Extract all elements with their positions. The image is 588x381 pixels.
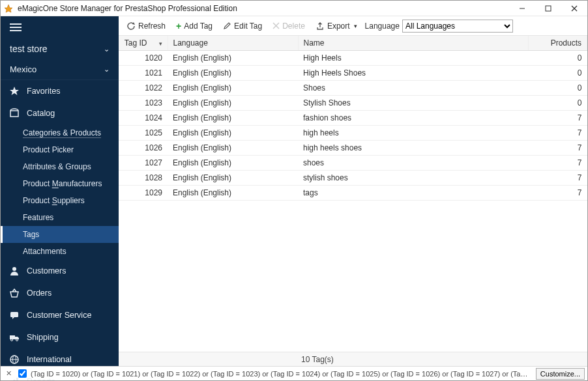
language-select[interactable]: All Languages [402, 20, 513, 33]
col-language[interactable]: Language [168, 36, 298, 51]
chevron-down-icon: ⌄ [104, 65, 110, 74]
x-icon [272, 22, 280, 29]
plus-icon: + [176, 21, 181, 31]
customize-button[interactable]: Customize... [536, 368, 585, 380]
cell-language: English (English) [168, 81, 298, 96]
menu-toggle[interactable] [1, 16, 119, 38]
store-selector[interactable]: test store ⌄ [1, 38, 119, 59]
refresh-button[interactable]: Refresh [123, 20, 169, 33]
nav-label: International [27, 355, 72, 364]
nav-orders[interactable]: Orders [1, 282, 119, 304]
nav-catalog[interactable]: Catalog [1, 102, 119, 124]
sub-attributes-groups[interactable]: Attributes & Groups [1, 158, 119, 175]
cell-name: tags [298, 186, 529, 201]
catalog-icon [8, 108, 20, 119]
nav-customers[interactable]: Customers [1, 260, 119, 282]
sub-attachments[interactable]: Attachments [1, 243, 119, 260]
toolbar: Refresh + Add Tag Edit Tag Delete Export… [119, 16, 587, 36]
minimize-button[interactable] [509, 1, 535, 16]
titlebar: eMagicOne Store Manager for PrestaShop P… [1, 1, 587, 16]
nav-label: Customer Service [27, 311, 91, 320]
content: Refresh + Add Tag Edit Tag Delete Export… [119, 16, 587, 366]
add-tag-button[interactable]: + Add Tag [172, 19, 216, 33]
cell-tag-id: 1029 [119, 186, 168, 201]
cell-name: fashion shoes [298, 111, 529, 126]
filter-enabled-checkbox[interactable] [18, 369, 27, 378]
sub-tags[interactable]: Tags [1, 226, 119, 243]
svg-point-9 [12, 267, 16, 271]
sub-product-picker[interactable]: Product Picker [1, 141, 119, 158]
cell-tag-id: 1026 [119, 141, 168, 156]
table-wrap[interactable]: Tag ID Language Name Products 1020Englis… [119, 36, 587, 352]
table-row[interactable]: 1029English (English)tags7 [119, 186, 587, 201]
nav-label: Catalog [27, 109, 55, 118]
export-icon [316, 21, 325, 31]
window-title: eMagicOne Store Manager for PrestaShop P… [18, 4, 237, 13]
sub-features[interactable]: Features [1, 209, 119, 226]
nav-favorites[interactable]: Favorites [1, 80, 119, 102]
country-selector[interactable]: Mexico ⌄ [1, 59, 119, 80]
table-row[interactable]: 1026English (English)high heels shoes7 [119, 141, 587, 156]
table-row[interactable]: 1028English (English)stylish shoes7 [119, 171, 587, 186]
table-row[interactable]: 1027English (English)shoes7 [119, 156, 587, 171]
cell-products: 7 [529, 111, 587, 126]
table-row[interactable]: 1025English (English)high heels7 [119, 126, 587, 141]
nav-customer-service[interactable]: Customer Service [1, 304, 119, 326]
globe-icon [8, 354, 20, 365]
col-products[interactable]: Products [529, 36, 587, 51]
sub-product-suppliers[interactable]: Product Suppliers [1, 192, 119, 209]
table-row[interactable]: 1023English (English)Stylish Shoes0 [119, 96, 587, 111]
cell-language: English (English) [168, 141, 298, 156]
cell-language: English (English) [168, 171, 298, 186]
cell-name: Shoes [298, 81, 529, 96]
sub-categories-products[interactable]: Categories & Products [1, 124, 119, 141]
cell-tag-id: 1025 [119, 126, 168, 141]
cell-name: High Heels [298, 51, 529, 66]
table-row[interactable]: 1020English (English)High Heels0 [119, 51, 587, 66]
filter-close[interactable]: ✕ [3, 369, 14, 378]
cell-language: English (English) [168, 51, 298, 66]
cell-language: English (English) [168, 186, 298, 201]
nav-international[interactable]: International [1, 348, 119, 371]
chat-icon [8, 310, 20, 320]
col-name[interactable]: Name [298, 36, 529, 51]
edit-tag-button[interactable]: Edit Tag [219, 20, 266, 33]
table-row[interactable]: 1021English (English)High Heels Shoes0 [119, 66, 587, 81]
cell-name: shoes [298, 156, 529, 171]
cell-name: high heels shoes [298, 141, 529, 156]
maximize-button[interactable] [535, 1, 561, 16]
export-button[interactable]: Export▾ [312, 20, 361, 33]
cell-name: Stylish Shoes [298, 96, 529, 111]
app-icon [3, 3, 14, 14]
cell-tag-id: 1024 [119, 111, 168, 126]
cell-products: 0 [529, 96, 587, 111]
svg-rect-12 [10, 335, 15, 339]
cell-tag-id: 1023 [119, 96, 168, 111]
refresh-icon [126, 21, 136, 31]
col-tag-id[interactable]: Tag ID [119, 36, 168, 51]
cell-language: English (English) [168, 96, 298, 111]
cell-name: high heels [298, 126, 529, 141]
caret-down-icon: ▾ [354, 23, 357, 29]
cell-products: 7 [529, 186, 587, 201]
cell-products: 7 [529, 141, 587, 156]
sub-product-manufacturers[interactable]: Product Manufacturers [1, 175, 119, 192]
nav-label: Shipping [27, 333, 59, 342]
close-button[interactable] [561, 1, 587, 16]
nav-shipping[interactable]: Shipping [1, 326, 119, 348]
basket-icon [8, 288, 20, 298]
sidebar: test store ⌄ Mexico ⌄ Favorites Catalog … [1, 16, 119, 366]
cell-products: 0 [529, 51, 587, 66]
cell-tag-id: 1028 [119, 171, 168, 186]
tags-table: Tag ID Language Name Products 1020Englis… [119, 36, 587, 201]
add-tag-label: Add Tag [184, 21, 213, 31]
table-row[interactable]: 1024English (English)fashion shoes7 [119, 111, 587, 126]
table-row[interactable]: 1022English (English)Shoes0 [119, 81, 587, 96]
country-name: Mexico [10, 64, 37, 74]
cell-language: English (English) [168, 66, 298, 81]
cell-products: 0 [529, 66, 587, 81]
nav-label: Reports [27, 377, 55, 381]
store-name: test store [10, 44, 48, 54]
export-label: Export [327, 21, 350, 31]
svg-marker-0 [5, 5, 12, 12]
